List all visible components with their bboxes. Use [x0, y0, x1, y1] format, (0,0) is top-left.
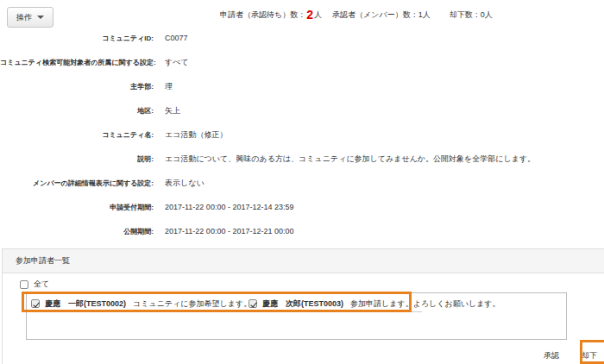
detail-row-faculty: 主学部: 理	[0, 74, 604, 98]
detail-value: 表示しない	[165, 178, 204, 189]
detail-label: 主学部:	[0, 82, 154, 91]
detail-row-application-period: 申請受付期間: 2017-11-22 00:00 - 2017-12-14 23…	[0, 195, 604, 219]
detail-value: 2017-11-22 00:00 - 2017-12-21 00:00	[165, 227, 293, 235]
detail-label: コミュニティID:	[0, 34, 154, 43]
applicant-checkbox[interactable]	[31, 299, 40, 308]
applicant-checkbox[interactable]	[249, 299, 257, 308]
detail-row-community-name: コミュニティ名: エコ活動（修正）	[0, 122, 604, 147]
panel-action-buttons: 承認 却下	[536, 346, 604, 364]
detail-label: コミュニティ名:	[0, 130, 154, 140]
detail-value: エコ活動（修正）	[165, 129, 227, 141]
detail-row-search-scope: コミュニティ検索可能対象者の所属に関する設定: すべて	[0, 50, 604, 74]
detail-value: 矢上	[165, 105, 180, 116]
detail-value: 2017-11-22 00:00 - 2017-12-14 23:59	[165, 203, 293, 211]
select-all-label: 全て	[34, 279, 49, 290]
applicants-panel: 参加申請者一覧 全て 慶應 一郎(TEST0002) コミュニティに参加希望しま…	[2, 248, 604, 364]
detail-row-district: 地区: 矢上	[0, 98, 604, 122]
applicant-list-box: 慶應 一郎(TEST0002) コミュニティに参加希望します。 慶應 次郎(TE…	[26, 292, 567, 340]
pending-count-unit: 人	[314, 9, 322, 21]
reject-button[interactable]: 却下	[574, 346, 604, 364]
rejected-count-label: 却下数：0人	[450, 9, 493, 21]
detail-value: C0077	[165, 34, 188, 42]
applicants-panel-title: 参加申請者一覧	[3, 249, 604, 273]
pending-count-value: 2	[306, 9, 313, 21]
detail-value: 理	[165, 81, 173, 92]
applicant-entries-row: 慶應 一郎(TEST0002) コミュニティに参加希望します。 慶應 次郎(TE…	[27, 293, 566, 312]
detail-label: メンバーの詳細情報表示に関する設定:	[0, 179, 154, 188]
detail-label: コミュニティ検索可能対象者の所属に関する設定:	[0, 58, 154, 67]
applicant-name: 慶應 次郎(TEST0003)	[262, 298, 343, 310]
community-details: コミュニティID: C0077 コミュニティ検索可能対象者の所属に関する設定: …	[0, 26, 604, 243]
detail-row-description: 説明: エコ活動について、興味のある方は、コミュニティに参加してみませんか。公開…	[0, 147, 604, 171]
applicant-summary: 申請者（承認待ち）数： 2 人 承認者（メンバー）数：1人 却下数：0人	[220, 7, 493, 22]
action-dropdown-button[interactable]: 操作	[7, 7, 53, 28]
detail-label: 申請受付期間:	[0, 203, 154, 212]
select-all-checkbox[interactable]	[20, 280, 28, 289]
applicant-name: 慶應 一郎(TEST0002)	[45, 298, 126, 310]
detail-label: 説明:	[0, 154, 154, 164]
select-all-row[interactable]: 全て	[20, 279, 49, 290]
applicant-entry[interactable]: 慶應 一郎(TEST0002) コミュニティに参加希望します。	[28, 296, 244, 312]
approve-button[interactable]: 承認	[536, 346, 567, 364]
detail-value: すべて	[165, 57, 189, 68]
detail-row-member-info-setting: メンバーの詳細情報表示に関する設定: 表示しない	[0, 171, 604, 195]
applicant-entry[interactable]: 慶應 次郎(TEST0003) 参加申請します。よろしくお願いします。	[246, 296, 422, 312]
detail-value: エコ活動について、興味のある方は、コミュニティに参加してみませんか。公開対象を全…	[165, 154, 535, 165]
applicant-message: コミュニティに参加希望します。	[133, 298, 251, 310]
action-button-label: 操作	[16, 12, 32, 23]
applicant-message: 参加申請します。よろしくお願いします。	[350, 298, 500, 310]
pending-count-label: 申請者（承認待ち）数：	[220, 9, 305, 21]
detail-row-public-period: 公開期間: 2017-11-22 00:00 - 2017-12-21 00:0…	[0, 219, 604, 243]
caret-down-icon	[37, 16, 44, 19]
detail-label: 地区:	[0, 106, 154, 116]
member-count-label: 承認者（メンバー）数：1人	[332, 9, 431, 21]
detail-label: 公開期間:	[0, 227, 154, 236]
detail-row-community-id: コミュニティID: C0077	[0, 26, 604, 50]
applicants-panel-body: 全て 慶應 一郎(TEST0002) コミュニティに参加希望します。 慶應 次郎…	[3, 273, 604, 364]
